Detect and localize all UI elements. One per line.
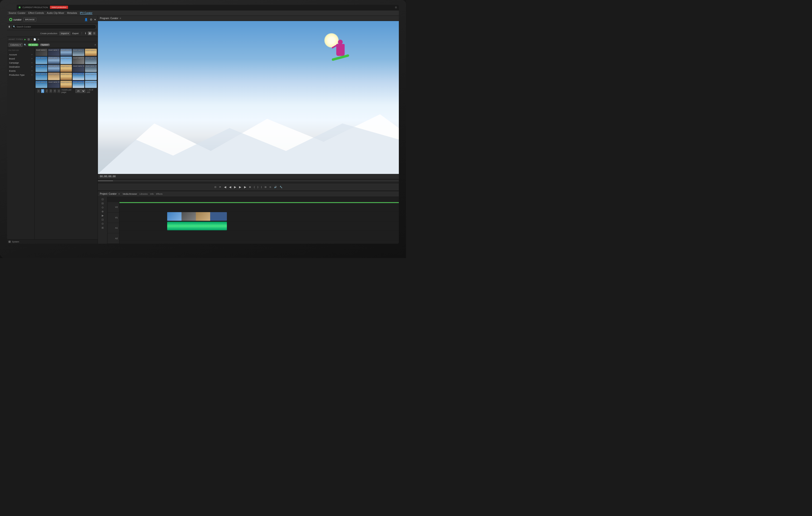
play-button[interactable]: ▶ [234,185,237,189]
go-to-in-button[interactable]: ◀ [224,185,227,189]
audio-settings-button[interactable]: 🔊 [274,186,277,188]
audio-type-icon[interactable]: ♪ [31,38,32,40]
page-4-button[interactable]: 4 [53,89,56,93]
expand-icon[interactable]: ▾ [94,18,96,21]
asset-thumb-25[interactable]: Asset name 25 [85,81,97,88]
asset-thumb-16[interactable]: Asset name 16 [36,73,47,80]
track-row-a1[interactable] [119,221,399,231]
asset-thumb-14[interactable]: Asset name 14 [72,65,84,72]
system-tag[interactable]: "System" [40,44,50,46]
asset-thumb-13[interactable]: Asset name 13 [60,65,72,72]
filter-toggle-icon[interactable]: ⧫ [8,25,10,28]
tab-media-browser[interactable]: Media Browser [123,193,137,195]
monitor-menu-icon[interactable]: ≡ [120,17,121,20]
all-type-icon[interactable]: ⊕ [37,38,39,40]
tab-ipv-curator[interactable]: IPV Curator [80,12,92,15]
tab-libraries[interactable]: Libraries [140,193,148,195]
tl-icon-4[interactable]: ⊕ [102,210,104,213]
tab-effect-controls[interactable]: Effect Controls [28,12,44,14]
asset-thumb-19[interactable]: Asset name 19 [72,73,84,80]
wrench-button[interactable]: 🔧 [279,186,283,188]
per-page-select[interactable]: 25 50 100 [76,89,86,93]
tab-info[interactable]: Info [150,193,153,195]
insert-button[interactable]: ⊞ [249,186,252,188]
track-row-a2[interactable] [119,231,399,240]
more-options-icon[interactable]: ⋮ [81,32,83,35]
filter-campaign[interactable]: Campaign ▾ [8,61,33,65]
tl-icon-3[interactable]: ⊙ [102,206,104,209]
asset-thumb-9[interactable]: Asset name 9 [72,57,84,64]
settings-icon[interactable]: ⚙ [90,18,92,21]
export-button[interactable]: Export [72,32,79,35]
page-1-button[interactable]: 1 [41,89,44,93]
tl-icon-2[interactable]: ⊟ [102,202,104,205]
search-input[interactable]: Search Curator [17,26,31,28]
asset-thumb-1[interactable]: Asset name 1 [36,49,47,56]
asset-thumb-24[interactable]: Asset name 24 [72,81,84,88]
asset-thumb-5[interactable]: Asset name 5 [85,49,97,56]
asset-thumb-21[interactable]: Asset name 21 [36,81,47,88]
settings-2-button[interactable]: ⊟ [264,186,267,188]
audio-clip-a1[interactable] [167,222,227,230]
asset-thumb-3[interactable]: Asset name 3 [60,49,72,56]
asset-thumb-11[interactable]: Asset name 11 [36,65,47,72]
asset-thumb-17[interactable]: Asset name 17 [48,73,60,80]
asset-thumb-18[interactable]: Asset name 18 [60,73,72,80]
asset-thumb-6[interactable]: Asset name 6 [36,57,47,64]
asset-thumb-7[interactable]: Asset name 7 [48,57,60,64]
page-last-button[interactable]: » [57,89,60,93]
mark-in-button[interactable]: { [253,186,255,188]
tab-effects[interactable]: Effects [156,193,163,195]
create-production-dropdown[interactable]: Import ▾ [59,32,70,35]
track-row-v2[interactable] [119,202,399,212]
browse-button[interactable]: BROWSE [23,18,36,22]
video-type-icon[interactable]: ▶ [24,38,26,40]
filter-account[interactable]: Account ▾ [8,53,33,57]
loop-button[interactable]: ⟳ [219,186,222,188]
all-assets-tag[interactable]: All assets [28,44,38,46]
track-row-v1[interactable] [119,212,399,221]
step-forward-button[interactable]: ▶ [239,185,242,189]
grid-search-icon[interactable]: 🔍 [24,44,27,46]
grid-view-button[interactable]: ⊞ [88,32,92,35]
info-icon[interactable]: ℹ [85,32,86,35]
filter-production-type[interactable]: Production Type ▾ [8,73,33,77]
tl-icon-6[interactable]: ⊡ [102,218,104,221]
asset-thumb-2[interactable]: Asset name 2 [48,49,60,56]
video-clip[interactable] [167,212,227,221]
doc-type-icon[interactable]: 📄 [33,38,36,40]
tab-source[interactable]: Source: Curator [8,12,26,14]
mark-out-button[interactable]: } [257,186,259,188]
timeline-menu-icon[interactable]: ≡ [118,193,120,195]
filter-events[interactable]: Events ▾ [8,69,33,73]
asset-thumb-23[interactable]: Asset name 23 [60,81,72,88]
asset-thumb-10[interactable]: Asset name 10 [85,57,97,64]
filter-destination[interactable]: Destination ▾ [8,65,33,69]
page-2-button[interactable]: 2 [45,89,48,93]
asset-thumb-12[interactable]: Asset name 12 [48,65,60,72]
scrub-bar[interactable] [98,179,399,183]
columns-button[interactable]: Columns ▾ [8,43,23,47]
tab-audio-clip-mixer[interactable]: Audio Clip Mixer [47,12,64,14]
lift-button[interactable]: ⊙ [269,186,272,188]
asset-thumb-22[interactable]: Asset name 22 [48,81,60,88]
add-marker-button[interactable]: | [261,186,262,188]
asset-thumb-8[interactable]: Asset name 8 [60,57,72,64]
go-to-out-button[interactable]: ▶ [243,185,247,189]
tl-icon-1[interactable]: ⊡ [102,198,104,201]
system-checkbox[interactable] [8,241,10,243]
page-3-button[interactable]: 3 [49,89,52,93]
step-back-button[interactable]: ◀ [229,185,232,189]
asset-thumb-20[interactable]: Asset name 20 [85,73,97,80]
close-filter-icon[interactable]: ✕ [94,44,96,46]
asset-thumb-15[interactable]: Asset name 15 [85,65,97,72]
tl-icon-8[interactable]: ⊞ [102,226,104,229]
tl-icon-5[interactable]: ▶ [102,214,104,217]
image-type-icon[interactable]: 🖼 [27,38,30,40]
filter-brand[interactable]: Brand ▾ [8,57,33,61]
tl-icon-7[interactable]: ⊙ [102,222,104,225]
asset-thumb-4[interactable]: Asset name 4 [72,49,84,56]
user-icon[interactable]: 👤 [84,18,88,21]
trim-out-button[interactable]: ⊡ [214,186,217,188]
list-view-button[interactable]: ☰ [92,32,96,35]
